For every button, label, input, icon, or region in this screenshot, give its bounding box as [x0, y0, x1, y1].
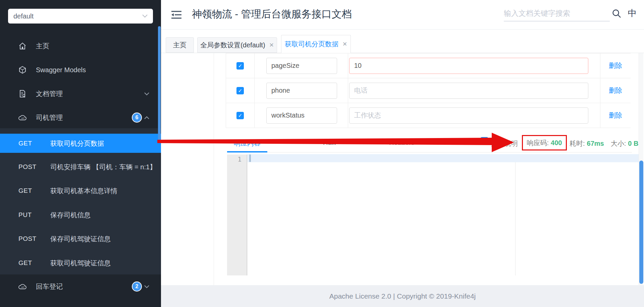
- tab-driver-page-data[interactable]: 获取司机分页数据 ✕: [281, 35, 351, 53]
- api-count-badge: 2: [132, 281, 142, 292]
- chevron-down-icon: [144, 87, 150, 100]
- elapsed-label: 耗时:: [570, 139, 585, 148]
- tab-raw[interactable]: Raw: [323, 139, 336, 146]
- param-value-input[interactable]: [349, 83, 588, 99]
- api-item-driver-page[interactable]: GET 获取司机分页数据: [0, 134, 161, 153]
- sidebar-item-return-register[interactable]: API 回车登记 2: [0, 280, 161, 293]
- tab-label: 获取司机分页数据: [285, 40, 338, 49]
- document-tabbar: 主页 全局参数设置(default) ✕ 获取司机分页数据 ✕: [161, 35, 644, 53]
- sidebar-scrollbar[interactable]: [158, 26, 161, 140]
- sidebar-item-label: 回车登记: [36, 282, 63, 291]
- chevron-down-icon: [142, 14, 148, 18]
- sidebar-item-label: 文档管理: [36, 89, 63, 98]
- tab-label: 全局参数设置(default): [200, 41, 265, 50]
- api-item-label: 保存司机信息: [50, 211, 91, 220]
- size-label: 大小:: [611, 139, 626, 148]
- http-method: GET: [18, 140, 32, 147]
- content-scrollbar-track[interactable]: [639, 53, 643, 285]
- sidebar-item-label: Swagger Models: [36, 66, 86, 74]
- delete-param-button[interactable]: 删除: [609, 111, 622, 120]
- api-item-driver-assign-vehicle[interactable]: POST 司机安排车辆 【司机：车辆 = n:1】: [0, 160, 161, 174]
- close-icon[interactable]: ✕: [342, 41, 347, 48]
- api-item-save-driver-license[interactable]: POST 保存司机驾驶证信息: [0, 232, 161, 246]
- panel-divider: [214, 53, 214, 285]
- api-cloud-icon: API: [18, 282, 27, 291]
- doc-search-input[interactable]: [504, 6, 610, 21]
- api-item-label: 获取司机基本信息详情: [50, 186, 117, 195]
- size-value: 0 B: [628, 140, 638, 147]
- http-method: PUT: [18, 211, 32, 219]
- param-name-input[interactable]: [266, 58, 337, 74]
- param-name-input[interactable]: [266, 107, 337, 124]
- http-method: POST: [18, 235, 37, 243]
- param-row-workstatus: ✓ 删除: [226, 103, 631, 128]
- sidebar-item-driver-manage[interactable]: API 司机管理 6: [0, 111, 161, 124]
- tab-curl[interactable]: Curl: [465, 139, 478, 146]
- editor-line-number: 1: [238, 156, 241, 163]
- param-row-phone: ✓ 删除: [226, 78, 631, 103]
- chevron-up-icon: [144, 111, 150, 124]
- content-scrollbar-thumb[interactable]: [639, 161, 643, 284]
- param-value-input[interactable]: [349, 58, 588, 74]
- footer-license-text: Apache License 2.0 | Copyright © 2019-Kn…: [329, 292, 476, 300]
- menu-fold-icon[interactable]: [170, 9, 183, 21]
- sidebar-item-label: 主页: [36, 42, 49, 51]
- editor-gutter: 1: [227, 155, 247, 275]
- api-group-select-value: default: [13, 12, 34, 20]
- sidebar-item-swagger-models[interactable]: Swagger Models: [0, 63, 161, 77]
- sidebar: default 主页 Swagger Models 文档管理 API 司机管理 …: [0, 0, 161, 307]
- svg-text:API: API: [21, 117, 24, 119]
- language-toggle[interactable]: 中: [628, 7, 637, 19]
- response-tabs-divider: [227, 152, 632, 152]
- chevron-down-icon: [144, 280, 150, 293]
- editor-active-line[interactable]: [248, 154, 639, 162]
- tab-headers[interactable]: Headers: [389, 139, 415, 146]
- show-description-label: 显示说明: [491, 139, 518, 148]
- sidebar-item-label: 司机管理: [36, 113, 63, 122]
- api-count-badge: 6: [132, 113, 142, 123]
- api-item-label: 保存司机驾驶证信息: [50, 234, 111, 244]
- models-icon: [18, 65, 27, 75]
- param-row-pagesize: ✓ 删除: [226, 53, 631, 78]
- tab-label: 主页: [173, 41, 186, 50]
- api-item-save-driver-info[interactable]: PUT 保存司机信息: [0, 208, 161, 222]
- http-method: POST: [18, 163, 37, 171]
- delete-param-button[interactable]: 删除: [609, 86, 622, 95]
- show-description-checkbox[interactable]: ✓: [481, 137, 488, 144]
- api-item-get-driver-license[interactable]: GET 获取司机驾驶证信息: [0, 256, 161, 270]
- param-checkbox[interactable]: ✓: [236, 112, 244, 119]
- api-item-driver-basic-info[interactable]: GET 获取司机基本信息详情: [0, 184, 161, 198]
- sidebar-item-home[interactable]: 主页: [0, 39, 161, 53]
- tab-home[interactable]: 主页: [166, 37, 194, 53]
- page-title: 神领物流 - 管理后台微服务接口文档: [192, 7, 352, 21]
- response-code-highlight-box: 响应码: 400: [522, 135, 567, 150]
- api-item-label: 获取司机驾驶证信息: [50, 259, 111, 268]
- param-value-input[interactable]: [349, 107, 588, 124]
- response-code-value: 400: [551, 139, 562, 147]
- main-area: 神领物流 - 管理后台微服务接口文档 中 主页 全局参数设置(default) …: [161, 0, 644, 307]
- param-name-input[interactable]: [266, 83, 337, 99]
- api-group-select[interactable]: default: [8, 9, 153, 24]
- tab-response-content[interactable]: 响应内容: [234, 139, 261, 148]
- doc-manage-icon: [18, 89, 27, 98]
- editor-caret: [249, 155, 251, 162]
- api-item-label: 获取司机分页数据: [50, 139, 104, 148]
- http-method: GET: [18, 187, 32, 194]
- api-cloud-icon: API: [18, 113, 27, 122]
- delete-param-button[interactable]: 删除: [609, 61, 622, 70]
- active-tab-inkbar: [227, 151, 267, 152]
- request-params-table: ✓ 删除 ✓ 删除 ✓ 删除: [226, 53, 631, 128]
- sidebar-item-doc-manage[interactable]: 文档管理: [0, 87, 161, 100]
- svg-text:API: API: [21, 286, 24, 288]
- param-checkbox[interactable]: ✓: [236, 87, 244, 94]
- search-icon[interactable]: [610, 7, 623, 19]
- close-icon[interactable]: ✕: [269, 42, 274, 49]
- elapsed-value: 67ms: [587, 140, 604, 147]
- param-checkbox[interactable]: ✓: [236, 62, 244, 70]
- api-item-label: 司机安排车辆 【司机：车辆 = n:1】: [50, 163, 156, 172]
- response-code-label: 响应码:: [527, 138, 549, 147]
- tab-global-params[interactable]: 全局参数设置(default) ✕: [197, 37, 277, 53]
- response-meta: 耗时: 67ms 大小: 0 B: [570, 139, 638, 148]
- debug-panel: ✓ 删除 ✓ 删除 ✓ 删除 响应内容 Raw Headers Cu: [161, 53, 644, 285]
- editor-ruler: [515, 162, 516, 275]
